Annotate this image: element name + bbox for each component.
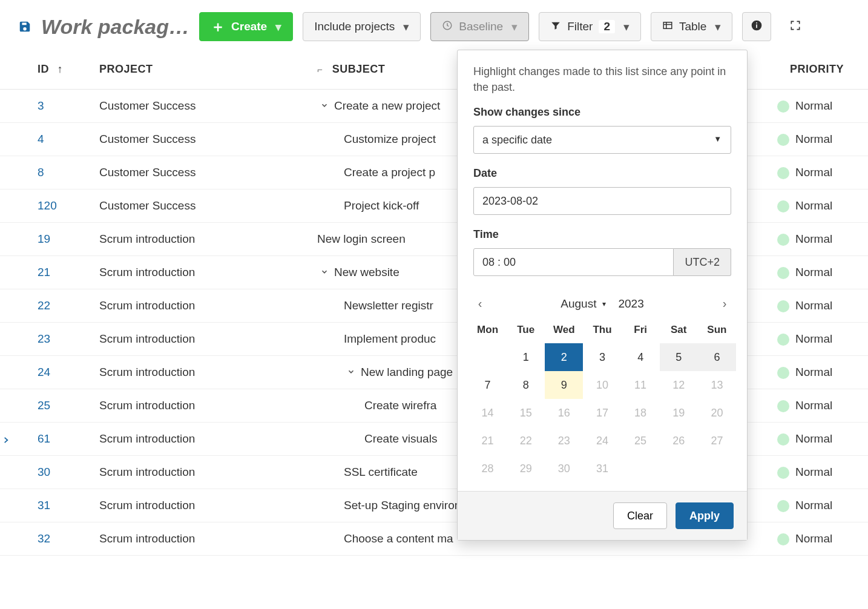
next-month-button[interactable]: ›: [715, 297, 734, 311]
baseline-label: Baseline: [459, 20, 503, 33]
prev-month-button[interactable]: ‹: [471, 297, 489, 311]
calendar-day[interactable]: 16: [545, 399, 583, 427]
calendar-day[interactable]: 5: [660, 343, 698, 371]
calendar-day[interactable]: 7: [469, 371, 507, 399]
wp-id[interactable]: 32: [0, 522, 91, 556]
calendar-day[interactable]: 9: [545, 371, 583, 399]
wp-id[interactable]: 23: [0, 323, 91, 356]
calendar-day[interactable]: 25: [622, 427, 660, 455]
side-expand-handle[interactable]: [2, 436, 10, 447]
save-icon[interactable]: [18, 20, 31, 33]
calendar-day[interactable]: 13: [698, 371, 736, 399]
wp-project: Scrum introduction: [91, 522, 309, 556]
clear-button[interactable]: Clear: [613, 502, 667, 529]
since-label: Show changes since: [473, 106, 731, 119]
wp-subject-text: New login screen: [317, 232, 406, 245]
calendar-day[interactable]: 3: [583, 343, 621, 371]
calendar-dow: Fri: [622, 319, 660, 343]
wp-id[interactable]: 24: [0, 356, 91, 389]
fullscreen-button[interactable]: [781, 12, 810, 41]
wp-id[interactable]: 30: [0, 456, 91, 489]
calendar-day[interactable]: 31: [583, 455, 621, 482]
timezone-badge: UTC+2: [674, 248, 731, 276]
calendar-day[interactable]: 27: [698, 427, 736, 455]
apply-button[interactable]: Apply: [676, 502, 734, 529]
time-label: Time: [473, 228, 731, 241]
wp-subject-text: Project kick-off: [344, 199, 419, 212]
wp-priority: Normal: [777, 323, 868, 356]
calendar-day[interactable]: 29: [507, 455, 545, 482]
calendar-day[interactable]: 6: [698, 343, 736, 371]
wp-id[interactable]: 8: [0, 156, 91, 189]
info-button[interactable]: [742, 12, 771, 41]
calendar-day[interactable]: 21: [469, 427, 507, 455]
wp-subject-text: Newsletter registr: [344, 299, 433, 312]
row-expander[interactable]: [344, 366, 358, 379]
col-priority[interactable]: PRIORITY: [777, 51, 868, 90]
calendar-day[interactable]: 8: [507, 371, 545, 399]
calendar-dow: Mon: [469, 319, 507, 343]
col-id[interactable]: ID ↑: [0, 51, 91, 90]
calendar-day[interactable]: 24: [583, 427, 621, 455]
calendar-day[interactable]: 17: [583, 399, 621, 427]
calendar-day[interactable]: 18: [622, 399, 660, 427]
wp-id[interactable]: 22: [0, 289, 91, 323]
filter-button[interactable]: Filter 2 ▾: [539, 12, 641, 41]
col-project-label: PROJECT: [99, 63, 153, 75]
view-switcher-button[interactable]: Table ▾: [651, 12, 732, 41]
wp-id[interactable]: 21: [0, 256, 91, 289]
wp-id[interactable]: 61: [0, 423, 91, 456]
calendar-day[interactable]: 11: [622, 371, 660, 399]
wp-priority: Normal: [777, 522, 868, 556]
wp-priority: Normal: [777, 289, 868, 323]
calendar-day[interactable]: 4: [622, 343, 660, 371]
since-select[interactable]: a specific date: [473, 126, 731, 154]
calendar-day[interactable]: 1: [507, 343, 545, 371]
col-id-label: ID: [38, 63, 49, 75]
chevron-down-icon: ▾: [403, 20, 409, 34]
wp-id[interactable]: 31: [0, 489, 91, 522]
calendar-day[interactable]: 26: [660, 427, 698, 455]
col-priority-label: PRIORITY: [790, 63, 844, 75]
calendar-day[interactable]: 23: [545, 427, 583, 455]
wp-id[interactable]: 19: [0, 223, 91, 256]
year-label[interactable]: 2023: [618, 297, 643, 311]
calendar-day[interactable]: 28: [469, 455, 507, 482]
sort-asc-icon: ↑: [58, 63, 64, 75]
date-input[interactable]: [473, 187, 731, 215]
calendar-day[interactable]: 19: [660, 399, 698, 427]
calendar-day[interactable]: 30: [545, 455, 583, 482]
wp-priority: Normal: [777, 156, 868, 189]
chevron-down-icon: ▾: [511, 20, 518, 34]
wp-priority: Normal: [777, 456, 868, 489]
calendar-day[interactable]: 2: [545, 343, 583, 371]
baseline-button[interactable]: Baseline ▾: [430, 12, 529, 41]
row-expander[interactable]: [317, 266, 332, 279]
toolbar: Work packag… ＋ Create ▾ Include projects…: [0, 0, 868, 51]
calendar-day[interactable]: 15: [507, 399, 545, 427]
time-input[interactable]: [473, 248, 674, 276]
wp-id[interactable]: 4: [0, 123, 91, 156]
row-expander[interactable]: [317, 99, 332, 113]
include-projects-button[interactable]: Include projects ▾: [303, 12, 421, 41]
calendar-day[interactable]: 20: [698, 399, 736, 427]
priority-dot-icon: [777, 234, 789, 246]
calendar-dow: Sat: [660, 319, 698, 343]
wp-id[interactable]: 120: [0, 189, 91, 223]
wp-project: Customer Success: [91, 123, 309, 156]
month-select[interactable]: August ▾: [561, 297, 606, 311]
create-button[interactable]: ＋ Create ▾: [199, 12, 293, 41]
wp-project: Customer Success: [91, 189, 309, 223]
calendar-day[interactable]: 12: [660, 371, 698, 399]
wp-id[interactable]: 25: [0, 389, 91, 423]
priority-label: Normal: [795, 232, 832, 245]
wp-subject-text: New website: [334, 266, 399, 278]
calendar-day[interactable]: 14: [469, 399, 507, 427]
col-project[interactable]: PROJECT: [91, 51, 309, 90]
calendar-day[interactable]: 22: [507, 427, 545, 455]
fullscreen-icon: [789, 19, 801, 35]
calendar-day[interactable]: 10: [583, 371, 621, 399]
priority-dot-icon: [777, 300, 789, 312]
wp-priority: Normal: [777, 223, 868, 256]
wp-id[interactable]: 3: [0, 90, 91, 123]
